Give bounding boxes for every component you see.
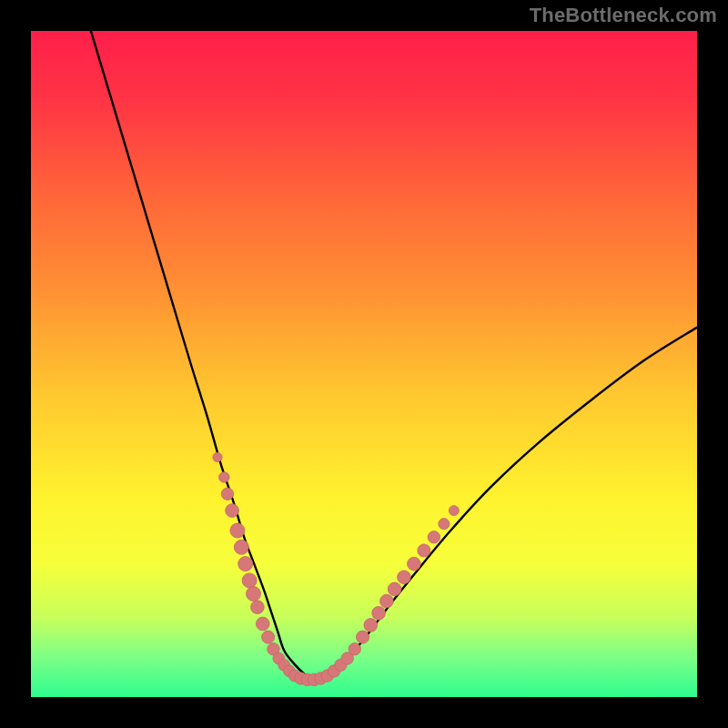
scatter-dot (418, 544, 430, 557)
scatter-dot (226, 504, 239, 518)
scatter-dots (213, 452, 459, 685)
scatter-dot (380, 594, 394, 608)
scatter-dot (230, 523, 245, 538)
scatter-dot (364, 619, 378, 632)
scatter-dot (221, 488, 233, 500)
scatter-dot (357, 631, 369, 643)
scatter-dot (428, 531, 440, 543)
chart-overlay (31, 31, 697, 697)
scatter-dot (251, 601, 265, 614)
scatter-dot (256, 617, 269, 631)
scatter-dot (219, 472, 230, 483)
watermark-text: TheBottleneck.com (530, 4, 717, 27)
scatter-dot (238, 557, 253, 571)
scatter-dot (213, 452, 222, 461)
scatter-dot (398, 571, 411, 584)
plot-area (31, 31, 697, 697)
scatter-dot (408, 557, 421, 571)
scatter-dot (439, 519, 450, 530)
scatter-dot (246, 587, 260, 602)
scatter-dot (388, 582, 401, 596)
scatter-dot (242, 573, 257, 588)
scatter-dot (262, 631, 275, 643)
scatter-dot (349, 643, 360, 655)
scatter-dot (372, 606, 386, 620)
chart-frame: TheBottleneck.com (0, 0, 728, 728)
scatter-dot (449, 506, 459, 516)
scatter-dot (234, 540, 248, 554)
